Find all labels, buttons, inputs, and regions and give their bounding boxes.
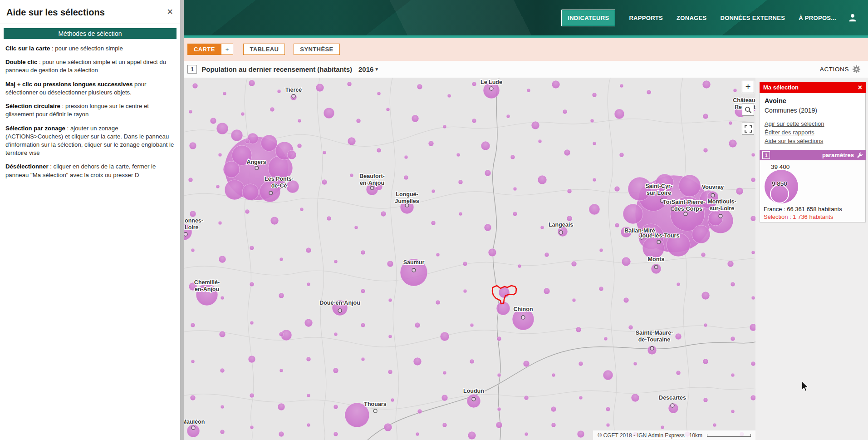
population-circle[interactable] [279, 431, 284, 437]
population-circle[interactable] [642, 237, 664, 259]
population-circle[interactable] [704, 323, 707, 327]
population-circle[interactable] [524, 396, 529, 400]
population-circle[interactable] [221, 296, 224, 300]
tab-synthese[interactable]: SYNTHÈSE [294, 44, 339, 55]
population-circle[interactable] [225, 180, 245, 200]
population-circle[interactable] [447, 94, 451, 98]
population-circle[interactable] [599, 248, 603, 252]
population-circle[interactable] [249, 80, 255, 86]
population-circle[interactable] [606, 423, 610, 427]
population-circle[interactable] [304, 319, 313, 327]
population-circle[interactable] [647, 90, 651, 94]
population-circle[interactable] [750, 395, 755, 400]
nav-item-donn-es-externes[interactable]: DONNÉES EXTERNES [720, 15, 785, 21]
population-circle[interactable] [287, 150, 296, 159]
population-circle[interactable] [415, 322, 420, 328]
population-circle[interactable] [322, 179, 327, 185]
population-circle[interactable] [334, 332, 338, 336]
population-circle[interactable] [347, 82, 352, 86]
population-circle[interactable] [456, 153, 460, 157]
population-circle[interactable] [567, 189, 572, 193]
population-circle[interactable] [250, 321, 254, 325]
population-circle[interactable] [563, 109, 567, 114]
commune-marker[interactable] [269, 191, 273, 195]
population-circle[interactable] [216, 185, 220, 188]
population-circle[interactable] [703, 114, 708, 119]
population-circle[interactable] [189, 142, 196, 149]
population-circle[interactable] [377, 92, 381, 95]
population-circle[interactable] [279, 293, 284, 298]
population-circle[interactable] [361, 323, 365, 327]
population-circle[interactable] [279, 332, 284, 336]
population-circle[interactable] [361, 289, 365, 293]
population-circle[interactable] [436, 300, 440, 305]
population-circle[interactable] [432, 189, 435, 193]
population-circle[interactable] [250, 425, 254, 429]
population-circle[interactable] [620, 84, 623, 88]
population-circle[interactable] [576, 327, 581, 332]
population-circle[interactable] [525, 432, 528, 436]
population-circle[interactable] [623, 204, 643, 224]
population-circle[interactable] [485, 170, 491, 176]
population-circle[interactable] [417, 84, 422, 89]
population-circle[interactable] [218, 153, 222, 157]
commune-marker[interactable] [370, 186, 374, 190]
commune-marker[interactable] [338, 309, 342, 312]
population-circle[interactable] [589, 204, 600, 215]
population-circle[interactable] [443, 125, 446, 129]
population-circle[interactable] [223, 161, 240, 178]
population-circle[interactable] [324, 108, 334, 119]
map-canvas[interactable]: TiercéLe LudeChâteau-RenaultAngersLes Po… [184, 78, 755, 440]
population-circle[interactable] [417, 409, 422, 414]
nav-item-rapports[interactable]: RAPPORTS [629, 15, 663, 21]
user-icon[interactable] [848, 13, 857, 22]
nav-item-indicateurs[interactable]: INDICATEURS [561, 10, 615, 26]
population-circle[interactable] [564, 149, 570, 156]
population-circle[interactable] [442, 423, 447, 427]
population-circle[interactable] [731, 336, 735, 341]
tab-carte[interactable]: CARTE [188, 44, 221, 54]
population-circle[interactable] [286, 180, 299, 193]
population-circle[interactable] [708, 211, 723, 226]
tab-tableau[interactable]: TABLEAU [243, 44, 285, 55]
population-circle[interactable] [191, 360, 195, 363]
population-circle[interactable] [250, 393, 254, 398]
population-circle[interactable] [736, 188, 743, 195]
chevron-down-icon[interactable]: ▼ [374, 67, 379, 72]
population-circle[interactable] [242, 184, 259, 200]
actions-button[interactable]: ACTIONS [820, 66, 849, 73]
population-circle[interactable] [751, 296, 755, 300]
population-circle[interactable] [219, 331, 226, 337]
population-circle[interactable] [333, 432, 338, 436]
population-circle[interactable] [497, 336, 501, 341]
selection-link[interactable]: Aide sur les sélections [765, 137, 861, 146]
population-circle[interactable] [497, 407, 501, 411]
population-circle[interactable] [599, 287, 603, 291]
population-circle[interactable] [593, 142, 596, 145]
population-circle[interactable] [413, 357, 422, 366]
population-circle[interactable] [750, 324, 755, 331]
close-icon[interactable]: × [167, 7, 173, 17]
population-circle[interactable] [604, 337, 608, 341]
population-circle[interactable] [354, 226, 358, 229]
population-circle[interactable] [216, 123, 228, 134]
population-circle[interactable] [218, 221, 222, 225]
population-circle[interactable] [675, 333, 682, 340]
population-circle[interactable] [220, 368, 225, 373]
population-circle[interactable] [463, 262, 467, 266]
population-circle[interactable] [190, 395, 196, 400]
population-circle[interactable] [278, 403, 285, 410]
population-circle[interactable] [513, 212, 517, 216]
population-circle[interactable] [615, 223, 619, 227]
population-circle[interactable] [192, 83, 198, 89]
population-circle[interactable] [631, 394, 639, 402]
population-circle[interactable] [484, 224, 491, 231]
commune-marker[interactable] [472, 397, 476, 401]
attribution-link[interactable]: IGN Admin Express [637, 432, 685, 439]
population-circle[interactable] [261, 135, 277, 151]
population-circle[interactable] [220, 430, 225, 434]
zoom-in-button[interactable]: + [742, 81, 754, 93]
population-circle[interactable] [702, 80, 711, 89]
population-circle[interactable] [463, 289, 467, 293]
population-circle[interactable] [404, 155, 408, 159]
